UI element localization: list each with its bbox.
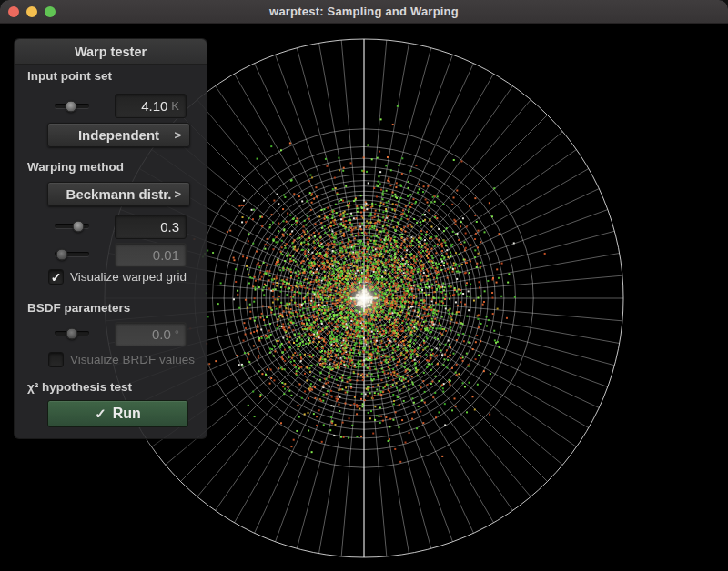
panel-title: Warp tester: [75, 45, 147, 59]
zoom-button-icon[interactable]: [45, 6, 56, 17]
warp-param1-slider[interactable]: [55, 224, 89, 228]
visualize-warped-grid-checkbox[interactable]: ✓ Visualize warped grid: [48, 269, 187, 285]
point-count-slider[interactable]: [55, 104, 89, 108]
warping-method-label: Warping method: [27, 160, 124, 174]
point-count-slider-knob[interactable]: [65, 100, 76, 112]
bsdf-angle-slider: [55, 331, 89, 336]
minimize-button-icon[interactable]: [26, 6, 37, 17]
visualize-brdf-values-label: Visualize BRDF values: [70, 353, 195, 366]
chevron-right-icon: >: [174, 127, 181, 141]
run-button-label: Run: [113, 406, 141, 422]
input-point-set-label: Input point set: [27, 69, 112, 83]
bsdf-parameters-label: BSDF parameters: [27, 301, 130, 315]
warping-method-dropdown[interactable]: Beckmann distr. >: [47, 182, 190, 206]
warp-param1-box[interactable]: 0.3: [115, 215, 187, 239]
point-count-unit: K: [171, 99, 179, 113]
titlebar: warptest: Sampling and Warping: [0, 0, 728, 24]
close-button-icon[interactable]: [8, 6, 19, 17]
warp-param2-value: 0.01: [153, 247, 179, 263]
check-icon: ✓: [51, 271, 62, 284]
warp-param1-value: 0.3: [160, 219, 179, 235]
check-icon: ✓: [95, 406, 106, 422]
checkbox-box: [48, 352, 64, 367]
warp-param2-box: 0.01: [115, 243, 187, 267]
app-window: warptest: Sampling and Warping Warp test…: [0, 0, 728, 571]
bsdf-angle-box: 0.0 °: [115, 322, 187, 346]
window-title: warptest: Sampling and Warping: [269, 5, 459, 18]
chi-square-test-label: χ² hypothesis test: [27, 380, 132, 394]
visualize-warped-grid-label: Visualize warped grid: [70, 270, 187, 284]
point-type-dropdown-label: Independent: [78, 127, 159, 143]
warp-param1-slider-knob[interactable]: [73, 220, 85, 232]
point-type-dropdown[interactable]: Independent >: [47, 123, 190, 147]
bsdf-angle-slider-knob: [66, 327, 78, 339]
point-count-value: 4.10: [141, 98, 167, 114]
warp-param2-slider-knob: [56, 248, 68, 260]
bsdf-angle-unit: °: [175, 327, 179, 341]
warping-method-dropdown-label: Beckmann distr.: [66, 186, 172, 202]
point-count-box[interactable]: 4.10 K: [115, 94, 187, 118]
chevron-right-icon: >: [174, 186, 181, 200]
checkbox-box[interactable]: ✓: [48, 269, 64, 285]
run-button[interactable]: ✓ Run: [47, 400, 188, 427]
warp-param2-slider: [55, 252, 89, 256]
visualize-brdf-values-checkbox: Visualize BRDF values: [48, 352, 195, 367]
panel-header[interactable]: Warp tester: [15, 39, 207, 65]
bsdf-angle-value: 0.0: [152, 326, 171, 342]
warp-tester-panel: Warp tester Input point set 4.10 K Indep…: [14, 38, 207, 439]
